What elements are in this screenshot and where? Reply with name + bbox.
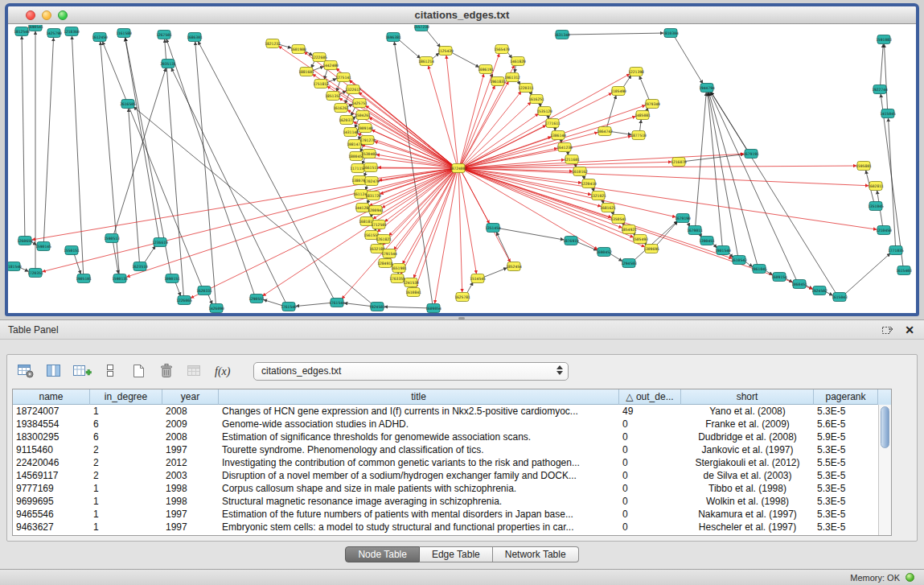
cell-short[interactable]: Dudbridge et al. (2008) bbox=[681, 431, 814, 443]
cell-in_degree[interactable]: 6 bbox=[90, 418, 162, 431]
table-row[interactable]: 1830029562008Estimation of significance … bbox=[13, 431, 878, 443]
network-node[interactable]: 1220311 bbox=[518, 84, 534, 93]
cell-pagerank[interactable]: 5.3E-5 bbox=[814, 443, 878, 456]
table-row[interactable]: 977716911998Corpus callosum shape and si… bbox=[13, 482, 878, 495]
cell-name[interactable]: 9699695 bbox=[13, 495, 90, 508]
cell-short[interactable]: Franke et al. (2009) bbox=[681, 418, 814, 431]
cell-out_degree[interactable]: 0 bbox=[619, 495, 681, 508]
cell-name[interactable]: 19384554 bbox=[13, 418, 90, 431]
show-columns-button[interactable] bbox=[43, 361, 64, 381]
cell-in_degree[interactable]: 2 bbox=[90, 456, 162, 469]
network-node[interactable]: 1720351 bbox=[27, 269, 43, 278]
network-node[interactable]: 1610162 bbox=[572, 167, 588, 176]
network-node[interactable]: 1200941 bbox=[368, 206, 384, 215]
network-node[interactable]: 1210450 bbox=[876, 226, 892, 235]
cell-out_degree[interactable]: 0 bbox=[619, 482, 681, 495]
table-row[interactable]: 946554611997Estimation of the future num… bbox=[13, 508, 878, 521]
network-node[interactable]: 1290551 bbox=[248, 295, 265, 303]
network-node[interactable]: 1909140 bbox=[357, 124, 373, 133]
network-edge[interactable] bbox=[465, 169, 877, 229]
network-node[interactable]: 1275141 bbox=[335, 73, 351, 82]
cell-title[interactable]: Investigating the contribution of common… bbox=[219, 456, 619, 469]
network-node[interactable]: 1591083 bbox=[876, 35, 892, 44]
network-node[interactable]: 1322617 bbox=[345, 85, 361, 94]
column-header-in_degree[interactable]: in_degree bbox=[90, 389, 162, 405]
network-edge[interactable] bbox=[462, 92, 521, 166]
table-row[interactable]: 946362711997Embryonic stem cells: a mode… bbox=[13, 521, 878, 534]
network-edge[interactable] bbox=[708, 93, 722, 246]
network-node[interactable]: 1504261 bbox=[355, 111, 371, 120]
network-graph[interactable]: 1872400718212321601900122260518816011442… bbox=[8, 25, 916, 313]
network-node[interactable]: 1602811 bbox=[868, 182, 884, 191]
network-node[interactable]: 1090151 bbox=[164, 274, 180, 283]
network-node[interactable]: 1751812 bbox=[313, 80, 329, 89]
network-node[interactable]: 1620331 bbox=[196, 286, 212, 295]
cell-name[interactable]: 9777169 bbox=[13, 482, 90, 495]
network-node[interactable]: 1616261 bbox=[333, 104, 349, 113]
cell-out_degree[interactable]: 0 bbox=[619, 469, 681, 482]
network-edge[interactable] bbox=[72, 36, 83, 274]
cell-name[interactable]: 18724007 bbox=[13, 405, 90, 418]
network-node[interactable]: 1060451 bbox=[791, 280, 807, 289]
cell-pagerank[interactable]: 5.6E-5 bbox=[814, 418, 878, 431]
network-node[interactable]: 1615403 bbox=[896, 266, 912, 275]
network-edge[interactable] bbox=[708, 93, 738, 256]
network-edge[interactable] bbox=[458, 172, 462, 292]
network-edge[interactable] bbox=[499, 229, 564, 240]
network-node[interactable]: 1590513 bbox=[104, 234, 120, 243]
network-edge[interactable] bbox=[656, 221, 678, 245]
column-header-name[interactable]: name bbox=[13, 389, 90, 405]
cell-year[interactable]: 2003 bbox=[162, 469, 219, 482]
network-node[interactable]: 1702470 bbox=[363, 177, 380, 186]
cell-in_degree[interactable]: 6 bbox=[90, 431, 162, 443]
table-row[interactable]: 1456911722003Disruption of a novel membe… bbox=[13, 469, 878, 482]
network-node[interactable]: 1712501 bbox=[371, 220, 387, 229]
network-edge[interactable] bbox=[384, 307, 427, 308]
cell-year[interactable]: 1997 bbox=[162, 508, 219, 521]
network-node[interactable]: 1425790 bbox=[46, 29, 62, 38]
float-panel-icon[interactable] bbox=[881, 323, 895, 336]
network-node[interactable]: 1550151 bbox=[64, 246, 80, 255]
network-node[interactable]: 2035131 bbox=[160, 60, 176, 68]
network-edge[interactable] bbox=[884, 44, 887, 109]
network-node[interactable]: 1681621 bbox=[600, 204, 616, 212]
network-edge[interactable] bbox=[711, 92, 748, 150]
network-edge[interactable] bbox=[313, 67, 324, 71]
network-node[interactable]: 1261821 bbox=[376, 235, 392, 244]
cell-year[interactable]: 1997 bbox=[162, 521, 219, 534]
network-node[interactable]: 1679190 bbox=[675, 214, 691, 223]
network-node[interactable]: 1924501 bbox=[369, 303, 385, 311]
network-edge[interactable] bbox=[413, 172, 455, 278]
network-node[interactable]: 1761544 bbox=[329, 299, 345, 307]
network-node[interactable]: 1241530 bbox=[403, 278, 419, 287]
network-edge[interactable] bbox=[144, 246, 155, 264]
tab-network-table[interactable]: Network Table bbox=[493, 546, 579, 562]
cell-year[interactable]: 2009 bbox=[162, 418, 219, 431]
cell-title[interactable]: Tourette syndrome. Phenomenology and cla… bbox=[219, 443, 619, 456]
minimize-button[interactable] bbox=[42, 10, 51, 20]
network-node[interactable]: 2616505 bbox=[120, 100, 136, 109]
cell-short[interactable]: Wolkin et al. (1998) bbox=[681, 495, 814, 508]
cell-title[interactable]: Genome-wide association studies in ADHD. bbox=[219, 418, 619, 431]
network-edge[interactable] bbox=[515, 65, 515, 73]
cell-in_degree[interactable]: 1 bbox=[90, 495, 162, 508]
cell-out_degree[interactable]: 0 bbox=[619, 456, 681, 469]
network-node[interactable]: 1810304 bbox=[663, 29, 679, 38]
network-edge[interactable] bbox=[113, 242, 119, 274]
cell-in_degree[interactable]: 1 bbox=[90, 521, 162, 534]
cell-year[interactable]: 2012 bbox=[162, 456, 219, 469]
cell-year[interactable]: 1997 bbox=[162, 443, 219, 456]
cell-short[interactable]: Hescheler et al. (1997) bbox=[681, 521, 814, 534]
column-header-pagerank[interactable]: pagerank bbox=[814, 389, 878, 405]
network-node[interactable]: 1505493 bbox=[632, 235, 648, 244]
cell-name[interactable]: 22420046 bbox=[13, 456, 90, 469]
cell-out_degree[interactable]: 0 bbox=[619, 418, 681, 431]
cell-name[interactable]: 9115460 bbox=[13, 443, 90, 456]
network-node[interactable]: 1631340 bbox=[554, 31, 570, 39]
cell-name[interactable]: 14569117 bbox=[13, 469, 90, 482]
network-node[interactable]: 1651901 bbox=[391, 264, 407, 273]
network-node[interactable]: 1791544 bbox=[381, 249, 397, 258]
cell-in_degree[interactable]: 1 bbox=[90, 482, 162, 495]
network-node[interactable]: 1905101 bbox=[76, 274, 92, 283]
cell-year[interactable]: 1998 bbox=[162, 482, 219, 495]
